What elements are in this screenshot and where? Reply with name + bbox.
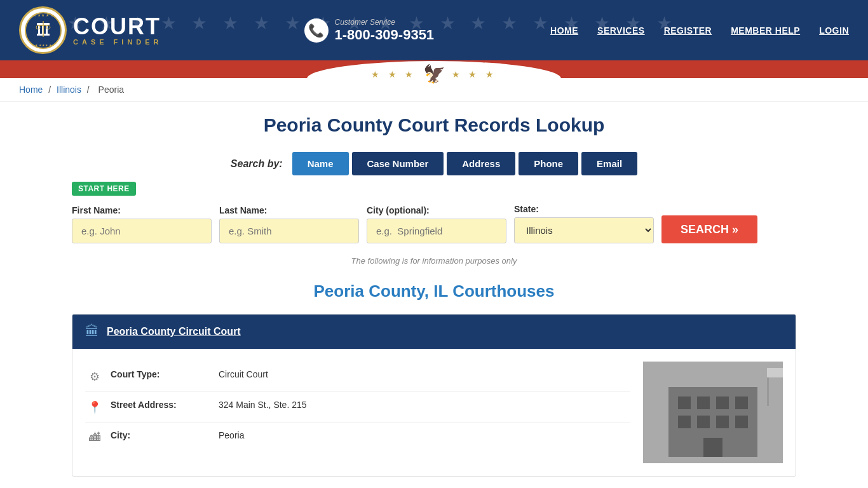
state-label: State: — [514, 204, 654, 214]
state-field: State: Illinois Alabama Alaska Arizona C… — [514, 204, 654, 243]
search-by-label: Search by: — [231, 158, 283, 170]
state-select[interactable]: Illinois Alabama Alaska Arizona Californ… — [514, 217, 654, 243]
eagle-stars-left: ★ ★ ★ — [371, 69, 417, 79]
breadcrumb-county: Peoria — [98, 85, 124, 95]
courthouse-details: ⚙ Court Type: Circuit Court 📍 Street Add… — [85, 362, 630, 463]
courthouse-name-link[interactable]: Peoria County Circuit Court — [107, 326, 241, 337]
breadcrumb-sep-1: / — [48, 85, 53, 95]
city-input[interactable] — [367, 219, 506, 243]
detail-court-type: ⚙ Court Type: Circuit Court — [85, 362, 630, 392]
court-type-value: Circuit Court — [219, 369, 268, 379]
search-button[interactable]: SEARCH » — [661, 215, 757, 243]
nav-services[interactable]: SERVICES — [597, 25, 645, 36]
eagle-stars-right: ★ ★ ★ — [452, 69, 498, 79]
breadcrumb-home[interactable]: Home — [19, 85, 43, 95]
breadcrumb-sep-2: / — [87, 85, 92, 95]
tab-address[interactable]: Address — [447, 152, 515, 175]
address-value: 324 Main St., Ste. 215 — [219, 400, 307, 410]
svg-text:★ ★ ★ ★ ★: ★ ★ ★ ★ ★ — [35, 43, 52, 47]
svg-rect-21 — [716, 416, 729, 428]
svg-rect-23 — [703, 438, 722, 457]
svg-rect-19 — [678, 416, 691, 428]
courthouse-header: 🏛 Peoria County Circuit Court — [72, 315, 796, 349]
city-detail-label: City: — [111, 430, 212, 440]
cs-label: Customer Service — [335, 18, 435, 27]
nav-register[interactable]: REGISTER — [664, 25, 712, 36]
site-header: ★ ★ ★ ★ ★ ★ ★ ★ ★ ★ COURT CASE FINDER 📞 — [0, 0, 868, 60]
eagle-area: ★ ★ ★ 🦅 ★ ★ ★ — [371, 64, 498, 85]
phone-icon: 📞 — [304, 18, 329, 43]
city-field: City (optional): — [367, 205, 506, 243]
svg-rect-15 — [678, 396, 691, 409]
svg-rect-18 — [735, 396, 748, 409]
courthouse-card: 🏛 Peoria County Circuit Court ⚙ Court Ty… — [72, 314, 796, 477]
city-label: City (optional): — [367, 205, 506, 215]
courthouse-image — [643, 362, 783, 463]
main-content: Peoria County Court Records Lookup Searc… — [59, 102, 809, 488]
svg-rect-25 — [767, 368, 783, 377]
logo-text: COURT CASE FINDER — [73, 15, 163, 46]
first-name-label: First Name: — [72, 205, 212, 215]
search-container: Search by: Name Case Number Address Phon… — [72, 152, 796, 243]
svg-rect-20 — [697, 416, 710, 428]
svg-rect-16 — [697, 396, 710, 409]
breadcrumb-state[interactable]: Illinois — [57, 85, 81, 95]
cs-phone: 1-800-309-9351 — [335, 27, 435, 43]
wave-banner: ★ ★ ★ 🦅 ★ ★ ★ — [0, 60, 868, 78]
first-name-input[interactable] — [72, 219, 212, 243]
start-here-badge: START HERE — [72, 182, 136, 196]
main-nav: HOME SERVICES REGISTER MEMBER HELP LOGIN — [550, 25, 849, 36]
last-name-label: Last Name: — [219, 205, 359, 215]
detail-city: 🏙 City: Peoria — [85, 423, 630, 452]
page-title: Peoria County Court Records Lookup — [72, 114, 796, 136]
city-icon: 🏙 — [85, 431, 104, 444]
first-name-field: First Name: — [72, 205, 212, 243]
tab-email[interactable]: Email — [581, 152, 637, 175]
last-name-input[interactable] — [219, 219, 359, 243]
nav-member-help[interactable]: MEMBER HELP — [731, 25, 800, 36]
nav-home[interactable]: HOME — [550, 25, 578, 36]
logo-emblem: ★ ★ ★ ★ ★ ★ ★ ★ ★ ★ — [19, 6, 67, 54]
search-by-row: Search by: Name Case Number Address Phon… — [72, 152, 796, 175]
court-type-icon: ⚙ — [85, 370, 104, 384]
logo-area: ★ ★ ★ ★ ★ ★ ★ ★ ★ ★ COURT CASE FINDER — [19, 6, 163, 54]
svg-rect-22 — [735, 416, 748, 428]
city-detail-value: Peoria — [219, 430, 244, 440]
nav-login[interactable]: LOGIN — [819, 25, 849, 36]
tab-case-number[interactable]: Case Number — [352, 152, 444, 175]
svg-text:★ ★ ★ ★ ★: ★ ★ ★ ★ ★ — [33, 13, 53, 17]
logo-case-finder-text: CASE FINDER — [73, 38, 163, 46]
court-type-label: Court Type: — [111, 369, 212, 379]
tab-name[interactable]: Name — [292, 152, 349, 175]
courthouse-body: ⚙ Court Type: Circuit Court 📍 Street Add… — [72, 349, 796, 476]
info-note: The following is for information purpose… — [72, 256, 796, 266]
address-label: Street Address: — [111, 400, 212, 410]
detail-address: 📍 Street Address: 324 Main St., Ste. 215 — [85, 392, 630, 423]
courthouses-title: Peoria County, IL Courthouses — [72, 281, 796, 301]
courthouse-icon: 🏛 — [85, 323, 99, 340]
svg-rect-17 — [716, 396, 729, 409]
form-area: START HERE First Name: Last Name: City (… — [72, 182, 796, 243]
tab-phone[interactable]: Phone — [519, 152, 578, 175]
logo-court-text: COURT — [73, 15, 163, 38]
search-form-row: First Name: Last Name: City (optional): … — [72, 204, 796, 243]
cs-text: Customer Service 1-800-309-9351 — [335, 18, 435, 43]
last-name-field: Last Name: — [219, 205, 359, 243]
address-icon: 📍 — [85, 400, 104, 414]
eagle-icon: 🦅 — [423, 64, 445, 85]
customer-service-area: 📞 Customer Service 1-800-309-9351 — [304, 18, 435, 43]
